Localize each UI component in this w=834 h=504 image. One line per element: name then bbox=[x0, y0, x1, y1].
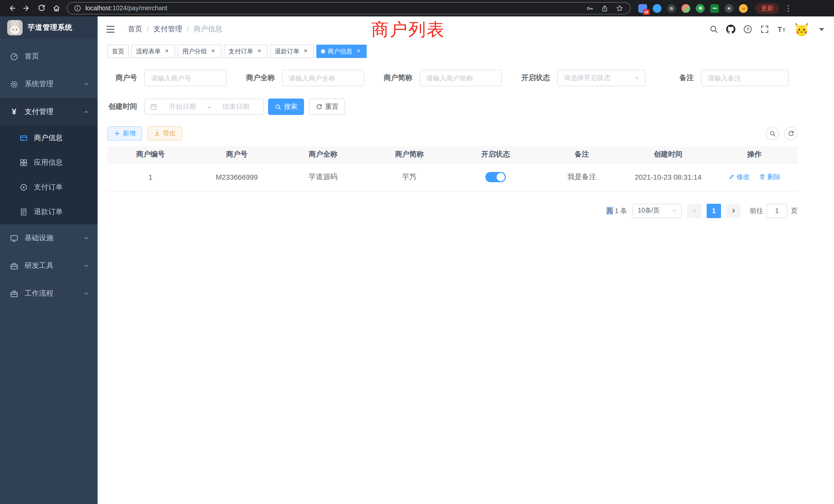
cell-merchant-id: 1 bbox=[107, 163, 194, 191]
date-end-placeholder: 结束日期 bbox=[213, 102, 258, 111]
cell-create-time: 2021-10-23 08:31:14 bbox=[625, 163, 711, 191]
hamburger-icon[interactable] bbox=[105, 24, 115, 35]
sidebar-item-pay-order[interactable]: 支付订单 bbox=[0, 175, 97, 200]
browser-back-button[interactable] bbox=[5, 2, 19, 15]
cell-full-name: 芋道源码 bbox=[280, 163, 366, 191]
toggle-search-button[interactable] bbox=[766, 127, 779, 140]
github-icon[interactable] bbox=[726, 25, 736, 34]
tab-label: 商户信息 bbox=[328, 47, 352, 56]
export-button[interactable]: 导出 bbox=[147, 126, 182, 141]
reset-button[interactable]: 重置 bbox=[309, 98, 345, 115]
tab-home[interactable]: 首页 bbox=[107, 45, 129, 58]
refresh-icon bbox=[788, 130, 794, 137]
sidebar-item-app-info[interactable]: 应用信息 bbox=[0, 151, 97, 175]
site-info-icon[interactable] bbox=[74, 5, 81, 12]
sidebar-item-dev-tools[interactable]: 研发工具 bbox=[0, 252, 97, 280]
search-icon[interactable] bbox=[709, 25, 719, 34]
search-icon bbox=[275, 104, 281, 110]
extension-icon-3[interactable] bbox=[667, 4, 676, 13]
extension-icon-7[interactable] bbox=[725, 4, 733, 13]
tab-pay-order[interactable]: 支付订单 × bbox=[224, 45, 267, 58]
tab-refund-order[interactable]: 退款订单 × bbox=[270, 45, 314, 58]
gear-icon bbox=[10, 80, 19, 89]
bookmark-star-icon[interactable] bbox=[616, 4, 623, 12]
browser-forward-button[interactable] bbox=[20, 2, 34, 15]
password-key-icon[interactable] bbox=[586, 4, 594, 12]
next-page-button[interactable] bbox=[726, 204, 741, 218]
fullscreen-icon[interactable] bbox=[760, 25, 769, 34]
total-count: 1 bbox=[615, 207, 618, 214]
close-icon[interactable]: × bbox=[302, 48, 309, 55]
font-size-icon[interactable] bbox=[777, 25, 786, 34]
browser-update-button[interactable]: 更新 bbox=[755, 3, 779, 14]
user-avatar[interactable] bbox=[794, 22, 809, 37]
browser-home-button[interactable] bbox=[50, 2, 63, 15]
avatar-caret-icon[interactable] bbox=[817, 25, 826, 34]
delete-button[interactable]: 删除 bbox=[759, 173, 781, 182]
close-icon[interactable]: × bbox=[355, 48, 362, 55]
profile-avatar-icon[interactable] bbox=[739, 4, 748, 13]
top-navbar: 首页 / 支付管理 / 商户信息 bbox=[97, 17, 834, 42]
status-select[interactable]: 请选择开启状态 bbox=[557, 70, 645, 86]
main-area: 商户列表 首页 / 支付管理 / 商户信息 首页 bbox=[97, 17, 834, 504]
goto-page-input[interactable] bbox=[767, 204, 787, 218]
tab-process-form[interactable]: 流程表单 × bbox=[131, 45, 175, 58]
col-create-time: 创建时间 bbox=[625, 146, 711, 163]
close-icon[interactable]: × bbox=[210, 48, 217, 55]
status-toggle[interactable] bbox=[485, 172, 506, 182]
add-button[interactable]: 新增 bbox=[107, 126, 142, 141]
date-range-picker[interactable]: 开始日期 - 结束日期 bbox=[144, 98, 264, 115]
breadcrumb-pay[interactable]: 支付管理 bbox=[154, 25, 182, 34]
browser-menu-icon[interactable]: ⋮ bbox=[784, 4, 792, 13]
url-bar[interactable]: localhost:1024/pay/merchant bbox=[67, 2, 631, 14]
edit-label: 修改 bbox=[737, 173, 750, 182]
pay-submenu: 商户信息 应用信息 支付订单 退款订单 bbox=[0, 126, 97, 224]
cell-actions: 修改 删除 bbox=[711, 163, 797, 191]
field-label: 商户全称 bbox=[245, 73, 275, 83]
extension-icon-6[interactable] bbox=[710, 4, 719, 13]
breadcrumb-home[interactable]: 首页 bbox=[128, 25, 142, 34]
cell-status bbox=[453, 163, 539, 191]
edit-button[interactable]: 修改 bbox=[728, 173, 750, 182]
sidebar-item-infrastructure[interactable]: 基础设施 bbox=[0, 224, 97, 252]
search-button-label: 搜索 bbox=[284, 102, 297, 111]
help-icon[interactable] bbox=[743, 25, 752, 34]
sidebar-item-refund-order[interactable]: 退款订单 bbox=[0, 200, 97, 224]
col-merchant-id: 商户编号 bbox=[107, 146, 194, 163]
extension-icon-1[interactable]: 10 bbox=[638, 4, 647, 13]
sidebar-item-merchant-info[interactable]: 商户信息 bbox=[0, 126, 97, 151]
full-name-input[interactable] bbox=[282, 70, 364, 86]
tab-user-group[interactable]: 用户分组 × bbox=[178, 45, 221, 58]
tab-label: 流程表单 bbox=[136, 47, 161, 56]
page-size-value: 10条/页 bbox=[638, 206, 660, 215]
browser-reload-button[interactable] bbox=[35, 2, 48, 15]
short-name-input[interactable] bbox=[420, 70, 502, 86]
dashboard-icon bbox=[10, 52, 19, 61]
sidebar-item-pay[interactable]: ¥ 支付管理 bbox=[0, 98, 97, 126]
sidebar-item-label: 支付管理 bbox=[25, 107, 53, 116]
export-button-label: 导出 bbox=[163, 129, 176, 138]
merchant-no-input[interactable] bbox=[144, 70, 226, 86]
remark-input[interactable] bbox=[701, 70, 789, 86]
document-icon bbox=[20, 208, 28, 216]
sidebar-item-system[interactable]: 系统管理 bbox=[0, 70, 97, 98]
extension-icon-4[interactable] bbox=[681, 4, 690, 13]
page-size-select[interactable]: 10条/页 bbox=[632, 204, 682, 218]
refresh-table-button[interactable] bbox=[784, 127, 797, 140]
tab-merchant-info[interactable]: 商户信息 × bbox=[316, 45, 367, 58]
share-icon[interactable] bbox=[601, 4, 609, 12]
merchant-table: 商户编号 商户号 商户全称 商户简称 开启状态 备注 创建时间 操作 1 M23… bbox=[107, 146, 797, 191]
sidebar-logo[interactable]: 芋道管理系统 bbox=[0, 17, 97, 39]
sidebar-item-workflow[interactable]: 工作流程 bbox=[0, 280, 97, 307]
search-icon bbox=[769, 130, 776, 137]
sidebar-item-home[interactable]: 首页 bbox=[0, 43, 97, 70]
extension-icon-2[interactable] bbox=[653, 4, 661, 13]
page-number-button[interactable]: 1 bbox=[707, 204, 721, 218]
prev-page-button[interactable] bbox=[687, 204, 702, 218]
sidebar-item-label: 首页 bbox=[25, 52, 39, 61]
close-icon[interactable]: × bbox=[163, 48, 171, 55]
extension-icon-5[interactable] bbox=[696, 4, 705, 13]
search-button[interactable]: 搜索 bbox=[268, 98, 304, 115]
close-icon[interactable]: × bbox=[256, 48, 263, 55]
omnibox-actions bbox=[586, 4, 623, 12]
